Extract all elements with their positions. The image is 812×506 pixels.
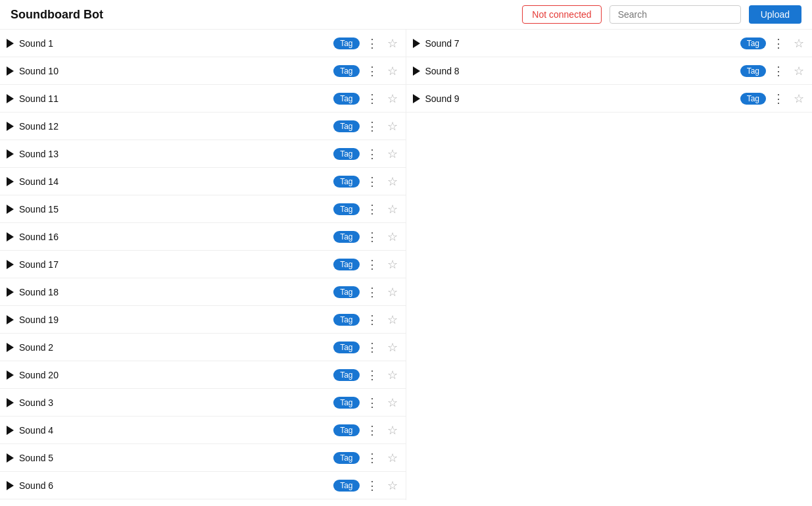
more-options-button[interactable]: ⋮ [364,91,381,106]
tag-badge[interactable]: Tag [333,452,359,464]
play-button[interactable] [5,424,15,436]
play-button[interactable] [5,286,15,298]
play-button[interactable] [5,231,15,243]
play-button[interactable] [412,93,421,105]
play-icon [7,205,14,214]
sound-name: Sound 7 [425,38,736,49]
more-options-button[interactable]: ⋮ [770,91,787,106]
sound-row: Sound 18Tag⋮☆ [0,278,406,306]
tag-badge[interactable]: Tag [740,38,766,49]
tag-badge[interactable]: Tag [333,203,359,215]
tag-badge[interactable]: Tag [333,120,359,132]
tag-badge[interactable]: Tag [333,65,359,77]
play-button[interactable] [5,369,15,381]
favorite-button[interactable]: ☆ [791,35,807,52]
play-button[interactable] [5,259,15,270]
more-options-button[interactable]: ⋮ [364,64,381,78]
favorite-button[interactable]: ☆ [791,63,807,80]
sound-name: Sound 12 [19,121,329,132]
favorite-button[interactable]: ☆ [385,339,400,356]
more-options-button[interactable]: ⋮ [770,64,787,78]
play-icon [7,426,14,435]
sound-name: Sound 2 [19,342,329,353]
play-button[interactable] [412,38,421,49]
favorite-button[interactable]: ☆ [385,228,400,245]
play-icon [413,39,420,48]
tag-badge[interactable]: Tag [333,286,359,298]
play-button[interactable] [5,93,15,105]
play-button[interactable] [5,342,15,353]
sound-name: Sound 19 [19,315,329,325]
more-options-button[interactable]: ⋮ [364,368,381,382]
tag-badge[interactable]: Tag [740,93,766,105]
play-button[interactable] [5,148,15,160]
play-button[interactable] [5,203,15,215]
not-connected-button[interactable]: Not connected [522,5,601,24]
favorite-button[interactable]: ☆ [385,477,400,494]
sound-row: Sound 15Tag⋮☆ [0,195,406,223]
favorite-button[interactable]: ☆ [385,145,400,163]
favorite-button[interactable]: ☆ [385,367,400,384]
play-button[interactable] [412,65,421,77]
favorite-button[interactable]: ☆ [385,394,400,411]
favorite-button[interactable]: ☆ [385,311,400,328]
more-options-button[interactable]: ⋮ [364,230,381,244]
play-button[interactable] [5,65,15,77]
sound-name: Sound 5 [19,453,329,463]
more-options-button[interactable]: ⋮ [364,174,381,189]
tag-badge[interactable]: Tag [333,38,359,49]
play-button[interactable] [5,314,15,326]
tag-badge[interactable]: Tag [740,65,766,77]
favorite-button[interactable]: ☆ [385,90,400,107]
more-options-button[interactable]: ⋮ [364,257,381,272]
sound-row: Sound 5Tag⋮☆ [0,444,406,472]
more-options-button[interactable]: ⋮ [364,395,381,410]
favorite-button[interactable]: ☆ [385,118,400,135]
more-options-button[interactable]: ⋮ [364,478,381,493]
more-options-button[interactable]: ⋮ [364,36,381,51]
favorite-button[interactable]: ☆ [385,449,400,467]
more-options-button[interactable]: ⋮ [770,36,787,51]
tag-badge[interactable]: Tag [333,342,359,353]
more-options-button[interactable]: ⋮ [364,313,381,327]
favorite-button[interactable]: ☆ [385,284,400,301]
search-input[interactable] [609,5,741,24]
tag-badge[interactable]: Tag [333,231,359,243]
more-options-button[interactable]: ⋮ [364,119,381,134]
tag-badge[interactable]: Tag [333,397,359,409]
tag-badge[interactable]: Tag [333,148,359,160]
upload-button[interactable]: Upload [749,5,801,24]
sound-name: Sound 20 [19,370,329,380]
tag-badge[interactable]: Tag [333,480,359,492]
play-icon [7,370,14,380]
play-button[interactable] [5,120,15,132]
tag-badge[interactable]: Tag [333,176,359,188]
tag-badge[interactable]: Tag [333,314,359,326]
play-icon [7,94,14,103]
favorite-button[interactable]: ☆ [385,256,400,273]
favorite-button[interactable]: ☆ [385,173,400,190]
sound-name: Sound 3 [19,397,329,408]
more-options-button[interactable]: ⋮ [364,340,381,355]
more-options-button[interactable]: ⋮ [364,202,381,216]
favorite-button[interactable]: ☆ [385,35,400,52]
tag-badge[interactable]: Tag [333,93,359,105]
favorite-button[interactable]: ☆ [385,201,400,218]
more-options-button[interactable]: ⋮ [364,147,381,161]
play-button[interactable] [5,176,15,188]
tag-badge[interactable]: Tag [333,424,359,436]
favorite-button[interactable]: ☆ [385,422,400,439]
more-options-button[interactable]: ⋮ [364,423,381,438]
favorite-button[interactable]: ☆ [791,90,807,107]
more-options-button[interactable]: ⋮ [364,451,381,465]
play-icon [7,260,14,269]
favorite-button[interactable]: ☆ [385,63,400,80]
tag-badge[interactable]: Tag [333,369,359,381]
play-button[interactable] [5,452,15,464]
play-button[interactable] [5,38,15,49]
sound-row: Sound 16Tag⋮☆ [0,223,406,251]
tag-badge[interactable]: Tag [333,259,359,270]
play-button[interactable] [5,480,15,492]
play-button[interactable] [5,397,15,409]
more-options-button[interactable]: ⋮ [364,285,381,299]
